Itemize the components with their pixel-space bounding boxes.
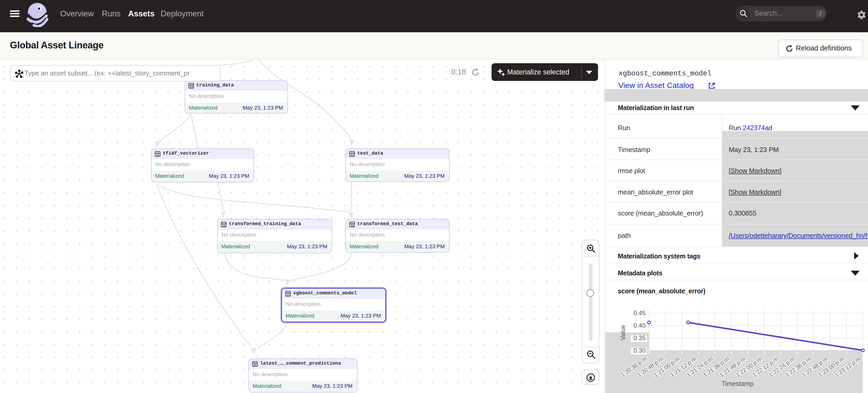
svg-text:0.30: 0.30 <box>633 347 646 354</box>
svg-text:0.40: 0.40 <box>633 322 646 329</box>
svg-text:Timestamp: Timestamp <box>722 380 754 387</box>
svg-text:Value: Value <box>619 325 626 340</box>
svg-text:0.35: 0.35 <box>633 334 646 341</box>
svg-text:0.45: 0.45 <box>633 309 646 317</box>
